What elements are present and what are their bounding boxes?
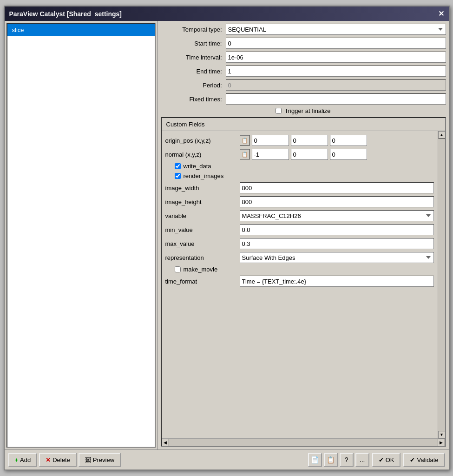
list-item-slice[interactable]: slice: [7, 24, 155, 36]
representation-label: representation: [165, 254, 240, 261]
normal-label: normal (x,y,z): [165, 151, 240, 158]
scroll-down-btn[interactable]: ▼: [438, 431, 445, 438]
temporal-type-label: Temporal type:: [161, 26, 226, 33]
origin-y-input[interactable]: [291, 135, 328, 146]
trigger-label: Trigger at finalize: [284, 107, 330, 114]
time-interval-label: Time interval:: [161, 54, 226, 61]
image-width-input[interactable]: [240, 182, 434, 193]
representation-row: representation Surface With EdgesSurface…: [165, 252, 434, 263]
make-movie-label: make_movie: [184, 266, 218, 273]
time-format-row: time_format: [165, 276, 434, 287]
fixed-times-input[interactable]: [226, 93, 446, 105]
make-movie-row: make_movie: [165, 266, 434, 273]
image-width-row: image_width: [165, 182, 434, 193]
normal-row: normal (x,y,z) 📋: [165, 149, 434, 160]
time-format-input[interactable]: [240, 276, 434, 287]
preview-label: Preview: [93, 456, 114, 463]
representation-select[interactable]: Surface With EdgesSurfaceWireframePoints: [240, 252, 434, 263]
write-data-checkbox[interactable]: [175, 163, 181, 169]
trigger-checkbox[interactable]: [276, 108, 282, 114]
end-time-input[interactable]: [226, 66, 446, 77]
period-input[interactable]: [226, 79, 446, 91]
add-icon: +: [15, 456, 19, 463]
fixed-times-row: Fixed times:: [161, 93, 446, 105]
preview-icon: 🖼: [85, 456, 91, 463]
cf-content: origin_pos (x,y,z) 📋 normal (x,y,z) 📋: [162, 131, 438, 438]
horizontal-scrollbar: ◀ ▶: [162, 438, 445, 446]
variable-label: variable: [165, 212, 240, 219]
validate-label: Validate: [417, 456, 438, 463]
origin-pos-row: origin_pos (x,y,z) 📋: [165, 135, 434, 146]
write-data-label: write_data: [184, 163, 211, 170]
vertical-scrollbar: ▲ ▼: [438, 131, 445, 438]
ok-button[interactable]: ✔ OK: [372, 453, 401, 467]
validate-icon: ✔: [410, 456, 415, 463]
temporal-type-select[interactable]: SEQUENTIALPERIODICREAL_TIME: [226, 24, 446, 35]
new-doc-icon: 📄: [311, 456, 319, 463]
right-panel: Temporal type: SEQUENTIALPERIODICREAL_TI…: [158, 21, 449, 450]
scroll-left-btn[interactable]: ◀: [162, 439, 169, 446]
main-content: slice Temporal type: SEQUENTIALPERIODICR…: [5, 21, 449, 450]
min-value-input[interactable]: [240, 224, 434, 235]
image-width-label: image_width: [165, 185, 240, 192]
origin-copy-btn[interactable]: 📋: [240, 135, 250, 145]
variable-row: variable MASSFRAC_C12H26: [165, 210, 434, 221]
start-time-input[interactable]: [226, 38, 446, 49]
normal-x-input[interactable]: [252, 149, 289, 160]
max-value-input[interactable]: [240, 238, 434, 249]
help-icon: ?: [345, 456, 348, 463]
title-bar: ParaView Catalyst [Shared_settings] ✕: [5, 7, 449, 21]
variable-select[interactable]: MASSFRAC_C12H26: [240, 210, 434, 221]
help-button[interactable]: ?: [340, 453, 354, 467]
add-label: Add: [20, 456, 31, 463]
origin-z-input[interactable]: [330, 135, 367, 146]
copy-button[interactable]: 📋: [324, 453, 338, 467]
min-value-row: min_value: [165, 224, 434, 235]
start-time-row: Start time:: [161, 38, 446, 49]
render-images-checkbox[interactable]: [175, 173, 181, 179]
normal-y-input[interactable]: [291, 149, 328, 160]
bottom-right-area: 📄 📋 ? ... ✔ OK ✔ Validate: [308, 453, 445, 467]
time-interval-input[interactable]: [226, 52, 446, 63]
normal-copy-btn[interactable]: 📋: [240, 149, 250, 159]
image-height-row: image_height: [165, 196, 434, 207]
more-button[interactable]: ...: [355, 453, 369, 467]
custom-fields-container: Custom Fields origin_pos (x,y,z) 📋: [161, 117, 446, 447]
min-value-label: min_value: [165, 226, 240, 233]
icon-buttons: 📄 📋 ? ...: [308, 453, 369, 467]
image-height-label: image_height: [165, 198, 240, 205]
write-data-row: write_data: [165, 163, 434, 170]
left-panel: slice: [5, 21, 158, 450]
time-interval-row: Time interval:: [161, 52, 446, 63]
max-value-label: max_value: [165, 240, 240, 247]
make-movie-checkbox[interactable]: [175, 266, 181, 272]
scroll-track[interactable]: [438, 139, 445, 431]
custom-fields-header: Custom Fields: [162, 118, 445, 131]
image-height-input[interactable]: [240, 196, 434, 207]
time-format-label: time_format: [165, 278, 240, 285]
origin-pos-label: origin_pos (x,y,z): [165, 137, 240, 144]
pipeline-list: slice: [7, 23, 156, 448]
preview-button[interactable]: 🖼 Preview: [79, 453, 121, 467]
scroll-right-btn[interactable]: ▶: [438, 439, 445, 446]
new-doc-button[interactable]: 📄: [308, 453, 322, 467]
main-window: ParaView Catalyst [Shared_settings] ✕ sl…: [4, 6, 450, 470]
add-button[interactable]: + Add: [8, 453, 38, 467]
delete-button[interactable]: ✕ Delete: [39, 453, 77, 467]
window-title: ParaView Catalyst [Shared_settings]: [9, 10, 122, 18]
render-images-row: render_images: [165, 172, 434, 179]
max-value-row: max_value: [165, 238, 434, 249]
validate-button[interactable]: ✔ Validate: [403, 453, 445, 467]
normal-z-input[interactable]: [330, 149, 367, 160]
delete-label: Delete: [53, 456, 70, 463]
start-time-label: Start time:: [161, 40, 226, 47]
ok-label: OK: [386, 456, 394, 463]
fixed-times-label: Fixed times:: [161, 96, 226, 103]
origin-x-input[interactable]: [252, 135, 289, 146]
scroll-up-btn[interactable]: ▲: [438, 131, 445, 139]
period-row: Period:: [161, 79, 446, 91]
delete-icon: ✕: [46, 456, 51, 463]
close-button[interactable]: ✕: [438, 9, 444, 18]
hscroll-track[interactable]: [169, 439, 438, 446]
more-icon: ...: [360, 456, 365, 463]
